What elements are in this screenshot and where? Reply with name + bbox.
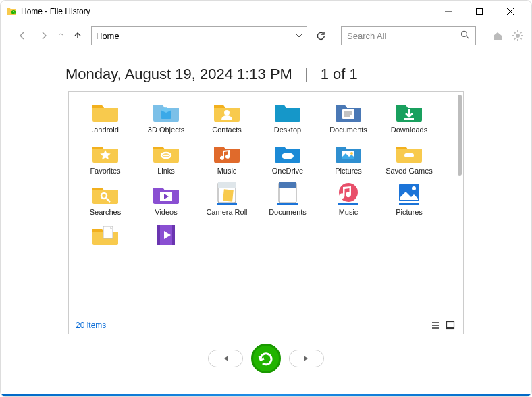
item-label: Camera Roll [206, 208, 247, 217]
folder-documents-icon [333, 99, 364, 124]
item-label: 3D Objects [148, 126, 184, 134]
item-label: Desktop [274, 126, 301, 134]
item-label: Music [339, 208, 358, 217]
list-item[interactable]: Links [142, 140, 190, 176]
list-item[interactable]: OneDrive [263, 140, 312, 176]
svg-rect-24 [338, 203, 358, 205]
svg-rect-19 [217, 203, 237, 205]
item-label: Documents [269, 208, 307, 217]
folder-music-icon [211, 140, 242, 165]
list-item[interactable]: Saved Games [385, 140, 433, 176]
divider: | [304, 65, 309, 83]
list-item[interactable]: Contacts [203, 99, 251, 134]
location-box[interactable]: Home [91, 26, 307, 45]
svg-rect-18 [223, 189, 234, 201]
svg-rect-31 [172, 225, 175, 245]
folder-pictures-icon [333, 140, 364, 165]
folder-video-file-icon [151, 222, 182, 248]
item-label: Contacts [212, 126, 241, 134]
view-icons-button[interactable] [444, 319, 456, 332]
search-placeholder: Search All [347, 31, 387, 41]
folder-with-file-icon [90, 222, 121, 248]
list-item[interactable]: Videos [142, 181, 190, 217]
list-item[interactable]: Music [324, 181, 373, 217]
folder-contacts-icon [211, 99, 242, 124]
item-label: Favorites [90, 167, 120, 176]
item-label: Searches [90, 208, 121, 217]
restore-button[interactable] [251, 344, 281, 373]
back-button[interactable] [14, 28, 30, 44]
item-label: Downloads [391, 126, 427, 134]
items-grid: .android3D ObjectsContactsDesktopDocumen… [69, 92, 463, 312]
content-header: Monday, August 19, 2024 1:13 PM | 1 of 1 [1, 49, 531, 91]
svg-point-3 [516, 34, 520, 38]
item-label: Documents [329, 126, 367, 134]
recent-locations-button[interactable] [57, 28, 64, 44]
list-item[interactable] [142, 222, 190, 249]
item-label: OneDrive [272, 167, 303, 176]
svg-point-8 [282, 153, 294, 159]
library-music-icon [333, 181, 364, 207]
home-icon[interactable] [489, 28, 506, 44]
search-icon [460, 30, 470, 42]
app-icon [6, 6, 17, 17]
window-bottom-edge [1, 394, 531, 396]
folder-favorites-icon [90, 140, 121, 165]
maximize-button[interactable] [464, 1, 495, 22]
folder-3d-icon [151, 99, 182, 124]
svg-point-10 [350, 152, 353, 155]
list-item[interactable]: .android [81, 99, 130, 134]
list-item[interactable]: Pictures [385, 181, 433, 217]
folder-videos-icon [151, 181, 182, 207]
item-count: 20 items [76, 321, 106, 330]
folder-onedrive-icon [272, 140, 303, 165]
svg-point-2 [462, 31, 467, 36]
next-version-button[interactable] [289, 350, 324, 367]
item-label: Music [217, 167, 237, 176]
previous-version-button[interactable] [208, 350, 243, 367]
folder-searches-icon [90, 181, 121, 207]
item-label: Videos [155, 208, 177, 217]
list-item[interactable]: Favorites [81, 140, 130, 176]
location-text: Home [96, 31, 119, 41]
svg-rect-33 [447, 327, 454, 329]
up-button[interactable] [70, 28, 86, 44]
list-item[interactable]: Camera Roll [203, 181, 251, 217]
search-input[interactable]: Search All [341, 26, 476, 45]
list-item[interactable]: Desktop [263, 99, 312, 134]
forward-button[interactable] [36, 28, 52, 44]
refresh-button[interactable] [313, 28, 329, 44]
library-documents-icon [272, 181, 303, 207]
item-label: Pictures [396, 208, 423, 217]
gear-icon[interactable] [510, 28, 526, 44]
item-label: Links [157, 167, 175, 176]
folder-games-icon [394, 140, 425, 165]
list-item[interactable]: 3D Objects [142, 99, 190, 134]
snapshot-position: 1 of 1 [321, 65, 358, 83]
toolbar: Home Search All [1, 22, 531, 49]
svg-point-26 [412, 186, 416, 190]
list-item[interactable]: Music [203, 140, 251, 176]
item-label: .android [92, 126, 119, 134]
svg-rect-22 [277, 203, 298, 205]
list-item[interactable]: Searches [81, 181, 130, 217]
folder-downloads-icon [394, 99, 425, 124]
view-list-button[interactable] [429, 319, 442, 332]
list-item[interactable]: Documents [263, 181, 312, 217]
scrollbar[interactable] [458, 95, 462, 176]
folder-icon [90, 99, 121, 124]
minimize-button[interactable] [433, 1, 464, 22]
library-camera-icon [211, 181, 242, 207]
chevron-down-icon [296, 31, 302, 41]
list-item[interactable] [81, 222, 130, 249]
close-button[interactable] [495, 1, 526, 22]
svg-rect-21 [279, 182, 296, 188]
list-item[interactable]: Pictures [324, 140, 373, 176]
folder-desktop-icon [272, 99, 303, 124]
folder-links-icon [151, 140, 182, 165]
svg-rect-17 [218, 182, 236, 188]
svg-rect-30 [157, 225, 160, 245]
list-item[interactable]: Downloads [385, 99, 433, 134]
window-title: Home - File History [21, 7, 433, 16]
list-item[interactable]: Documents [324, 99, 373, 134]
